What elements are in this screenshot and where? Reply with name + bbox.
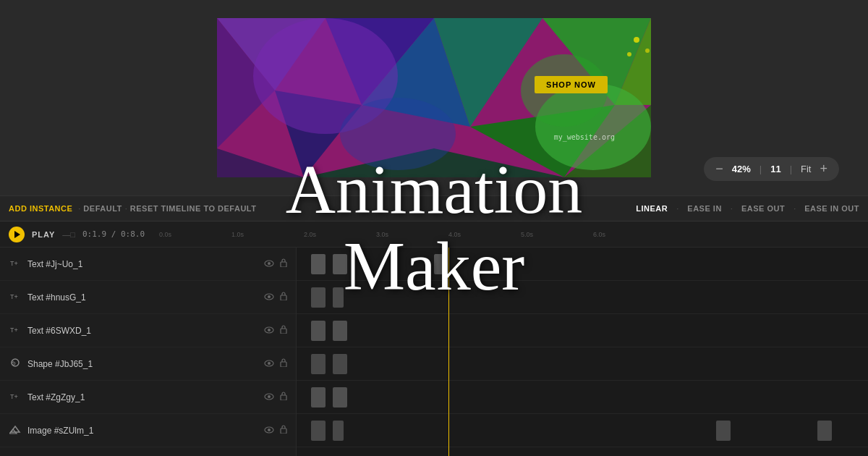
layer-icon-5 [9, 423, 22, 437]
track-row-4 [297, 381, 868, 414]
svg-rect-31 [281, 329, 286, 334]
play-label: PLAY [32, 230, 55, 239]
layer-eye-3[interactable] [264, 359, 274, 369]
track-block-0-0[interactable] [311, 254, 326, 274]
layer-row-2[interactable]: T+Text #6SWXD_1 [0, 314, 296, 347]
layer-lock-1[interactable] [280, 292, 287, 303]
layer-eye-1[interactable] [264, 292, 274, 303]
svg-rect-27 [281, 295, 286, 300]
svg-text:T+: T+ [10, 393, 18, 400]
tick-0: 0.0s [159, 231, 195, 238]
zoom-percent: 42% [732, 164, 751, 174]
track-block-2-0[interactable] [311, 321, 326, 341]
zoom-separator-2: | [790, 164, 792, 174]
easing-ease-in-out[interactable]: EASE IN OUT [804, 204, 859, 213]
svg-point-22 [268, 262, 271, 265]
zoom-fit-button[interactable]: Fit [801, 164, 811, 174]
layer-row-4[interactable]: T+Text #ZgZgy_1 [0, 381, 296, 414]
layer-lock-3[interactable] [280, 358, 287, 369]
easing-ease-out[interactable]: EASE OUT [741, 204, 785, 213]
play-time: 0:1.9 / 0:8.0 [82, 229, 145, 239]
layer-controls-5 [264, 425, 287, 436]
layer-icon-3: ⚙ [9, 357, 22, 371]
layer-row-1[interactable]: T+Text #hnusG_1 [0, 281, 296, 314]
layer-eye-4[interactable] [264, 392, 274, 402]
layer-icon-2: T+ [9, 324, 22, 337]
layer-controls-4 [264, 392, 287, 402]
svg-text:T+: T+ [10, 260, 18, 267]
track-block-1-1[interactable] [333, 287, 344, 308]
track-block-5-0[interactable] [311, 421, 326, 441]
track-row-1 [297, 281, 868, 314]
layer-name-5: Image #sZUlm_1 [27, 426, 258, 436]
track-row-0 [297, 248, 868, 281]
svg-point-39 [268, 395, 271, 398]
zoom-controls: − 42% | 11 | Fit + [704, 157, 839, 181]
svg-rect-23 [281, 262, 286, 267]
track-block-5-2[interactable] [716, 421, 731, 441]
svg-point-17 [634, 37, 639, 43]
canvas-preview: SHOP NOW my_website.org [217, 18, 651, 177]
layer-row-3[interactable]: ⚙Shape #JbJ65_1 [0, 347, 296, 381]
layer-icon-4: T+ [9, 390, 22, 404]
layer-name-4: Text #ZgZgy_1 [27, 392, 258, 402]
tick-4: 2.0s [304, 231, 340, 238]
track-block-5-1[interactable] [333, 421, 344, 441]
track-block-1-0[interactable] [311, 287, 326, 308]
layer-eye-5[interactable] [264, 426, 274, 436]
svg-rect-40 [281, 395, 286, 400]
track-block-3-0[interactable] [311, 354, 326, 374]
ruler-ticks: 0.0s 1.0s 2.0s 3.0s 4.0s 5.0s 6.0s [152, 221, 859, 247]
easing-linear[interactable]: LINEAR [636, 204, 668, 213]
layer-name-1: Text #hnusG_1 [27, 292, 258, 303]
layer-name-0: Text #Jj~Uo_1 [27, 259, 258, 269]
default-button[interactable]: DEFAULT [83, 204, 122, 213]
svg-rect-45 [281, 428, 286, 434]
layer-controls-0 [264, 258, 287, 269]
layer-row-0[interactable]: T+Text #Jj~Uo_1 [0, 248, 296, 281]
reset-timeline-button[interactable]: RESET TIMELINE TO DEFAULT [130, 204, 257, 213]
easing-group: LINEAR · EASE IN · EASE OUT · EASE IN OU… [636, 204, 859, 213]
layer-name-2: Text #6SWXD_1 [27, 326, 258, 336]
svg-text:⚙: ⚙ [11, 360, 16, 367]
track-row-2 [297, 314, 868, 347]
canvas-area: SHOP NOW my_website.org − 42% | 11 | Fit… [0, 0, 868, 195]
layer-eye-2[interactable] [264, 326, 274, 336]
track-block-5-3[interactable] [817, 421, 832, 441]
layer-lock-4[interactable] [280, 392, 287, 402]
layer-controls-3 [264, 358, 287, 369]
layer-eye-0[interactable] [264, 259, 274, 269]
track-row-5 [297, 414, 868, 447]
layer-lock-5[interactable] [280, 425, 287, 436]
playhead[interactable] [448, 248, 449, 456]
layer-icon-1: T+ [9, 290, 22, 304]
timeline-ruler: 0.0s 1.0s 2.0s 3.0s 4.0s 5.0s 6.0s [152, 221, 859, 247]
track-block-4-1[interactable] [333, 387, 347, 408]
track-block-0-1[interactable] [333, 254, 347, 274]
track-block-2-1[interactable] [333, 321, 347, 341]
svg-point-44 [268, 428, 271, 431]
shop-now-button[interactable]: SHOP NOW [535, 76, 608, 93]
svg-point-26 [268, 295, 271, 298]
zoom-page: 11 [770, 164, 780, 174]
track-block-0-2[interactable] [434, 254, 445, 274]
layer-lock-0[interactable] [280, 258, 287, 269]
layer-controls-1 [264, 292, 287, 303]
track-block-3-1[interactable] [333, 354, 347, 374]
add-instance-button[interactable]: ADD INSTANCE [9, 204, 72, 213]
layers-panel: T+Text #Jj~Uo_1T+Text #hnusG_1T+Text #6S… [0, 248, 297, 456]
play-icon [14, 231, 20, 238]
play-button[interactable] [9, 227, 25, 242]
easing-ease-in[interactable]: EASE IN [687, 204, 722, 213]
track-block-4-0[interactable] [311, 387, 326, 408]
layer-lock-2[interactable] [280, 325, 287, 336]
zoom-in-button[interactable]: + [820, 161, 827, 177]
tick-8: 4.0s [448, 231, 485, 238]
svg-point-16 [340, 98, 456, 170]
svg-point-35 [268, 362, 271, 365]
svg-point-19 [645, 48, 650, 53]
svg-rect-36 [281, 362, 286, 367]
layer-row-5[interactable]: Image #sZUlm_1 [0, 414, 296, 447]
tick-2: 1.0s [231, 231, 268, 238]
zoom-out-button[interactable]: − [715, 161, 723, 177]
